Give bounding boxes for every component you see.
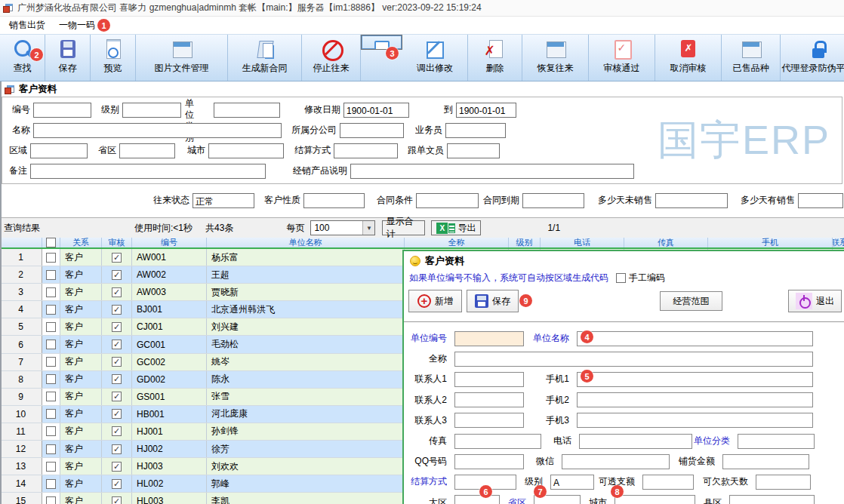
row-checkbox[interactable] xyxy=(46,426,56,436)
business-scope-button[interactable]: 经营范围 xyxy=(660,291,722,311)
toolbar-button-approve[interactable]: 审核通过 xyxy=(589,35,655,81)
dialog-field-wechat[interactable] xyxy=(562,454,670,469)
toolbar-button-recall-edit[interactable]: 调出修改 xyxy=(402,35,468,81)
exit-button[interactable]: 退出 xyxy=(788,290,842,312)
audit-checkbox[interactable] xyxy=(112,374,122,384)
menu-one-item-one-code[interactable]: 一物一码 xyxy=(53,17,101,34)
audit-checkbox[interactable] xyxy=(112,479,122,489)
dialog-field-mobile-2[interactable] xyxy=(577,392,813,407)
toolbar-button-preview[interactable]: 预览 xyxy=(91,35,136,81)
row-checkbox[interactable] xyxy=(46,409,56,419)
row-checkbox[interactable] xyxy=(46,462,56,472)
column-header-fax[interactable]: 传真 xyxy=(624,238,708,247)
dialog-save-button[interactable]: 保存 xyxy=(467,290,519,312)
column-header-contact[interactable]: 联系人 xyxy=(833,238,844,247)
audit-checkbox[interactable] xyxy=(112,322,122,332)
header-checkbox[interactable] xyxy=(46,238,56,247)
column-header-audit[interactable]: 审核 xyxy=(102,238,132,247)
dialog-field-big-region[interactable] xyxy=(454,495,500,504)
column-header-mobile[interactable]: 手机 xyxy=(708,238,833,247)
row-checkbox[interactable] xyxy=(46,392,56,401)
audit-checkbox[interactable] xyxy=(112,305,122,315)
field-branch[interactable] xyxy=(340,123,404,138)
dialog-field-county[interactable] xyxy=(729,495,815,504)
toolbar-button-save[interactable]: 保存 xyxy=(45,35,91,81)
toolbar-button-resume-dealing[interactable]: 恢复往来 xyxy=(522,35,589,81)
dialog-field-unit-class[interactable] xyxy=(738,434,815,449)
toolbar-button-delete[interactable]: 删除 xyxy=(468,35,522,81)
field-product-note[interactable] xyxy=(350,164,634,179)
dialog-field-owe-days[interactable] xyxy=(756,475,811,490)
row-checkbox[interactable] xyxy=(46,444,56,454)
field-unit-category[interactable] xyxy=(214,103,280,118)
dialog-field-phone[interactable] xyxy=(579,434,692,449)
row-checkbox[interactable] xyxy=(46,305,56,315)
export-button[interactable]: 导出 xyxy=(431,220,481,235)
row-checkbox[interactable] xyxy=(46,374,56,384)
row-checkbox[interactable] xyxy=(46,479,56,489)
field-days-without-sale[interactable] xyxy=(655,193,728,208)
row-checkbox[interactable] xyxy=(46,340,56,349)
column-header-code[interactable]: 编号 xyxy=(132,238,207,247)
field-settle-method[interactable] xyxy=(334,143,398,158)
field-city[interactable] xyxy=(208,143,284,158)
field-contract-terms[interactable] xyxy=(416,193,479,208)
toolbar-button-image-file-manager[interactable]: 图片文件管理 xyxy=(136,35,228,81)
audit-checkbox[interactable] xyxy=(112,392,122,401)
row-checkbox[interactable] xyxy=(46,287,56,297)
field-doc-clerk[interactable] xyxy=(447,143,500,158)
audit-checkbox[interactable] xyxy=(112,270,122,280)
dialog-field-mobile-1[interactable] xyxy=(577,372,813,387)
toolbar-button-sold-items[interactable]: 已售品种 xyxy=(722,35,781,81)
dialog-field-unit-name[interactable] xyxy=(577,331,813,346)
manual-code-checkbox[interactable] xyxy=(616,273,626,283)
row-checkbox[interactable] xyxy=(46,270,56,280)
field-province[interactable] xyxy=(119,143,175,158)
menu-sales-shipment[interactable]: 销售出货 xyxy=(3,17,51,34)
audit-checkbox[interactable] xyxy=(112,253,122,263)
field-customer-nature[interactable] xyxy=(303,193,365,208)
row-checkbox[interactable] xyxy=(46,253,56,263)
audit-checkbox[interactable] xyxy=(112,287,122,297)
audit-checkbox[interactable] xyxy=(112,426,122,436)
toolbar-button-stop-dealing[interactable]: 停止往来 xyxy=(302,35,361,81)
dialog-field-mobile-3[interactable] xyxy=(577,413,813,428)
audit-checkbox[interactable] xyxy=(112,496,122,504)
audit-checkbox[interactable] xyxy=(112,462,122,472)
dialog-field-level[interactable]: A xyxy=(550,475,594,490)
audit-checkbox[interactable] xyxy=(112,409,122,419)
dialog-field-fax[interactable] xyxy=(454,434,541,449)
column-header-phone[interactable]: 电话 xyxy=(541,238,624,247)
field-region[interactable] xyxy=(30,143,88,158)
column-header-unit-name[interactable]: 单位名称 xyxy=(207,238,405,247)
audit-checkbox[interactable] xyxy=(112,357,122,367)
row-checkbox[interactable] xyxy=(46,322,56,332)
column-header-full-name[interactable]: 全称 xyxy=(405,238,509,247)
field-modify-date[interactable]: 1900-01-01 xyxy=(343,103,409,118)
per-page-select[interactable]: 100 ▼ xyxy=(310,220,375,235)
field-code[interactable] xyxy=(33,103,91,118)
audit-checkbox[interactable] xyxy=(112,340,122,349)
field-level[interactable] xyxy=(122,103,181,118)
field-days-with-sale[interactable] xyxy=(798,193,843,208)
dialog-field-contact-2[interactable] xyxy=(454,392,524,407)
dialog-field-overdraft-limit[interactable] xyxy=(642,475,694,490)
column-header-relation[interactable]: 关系 xyxy=(60,238,102,247)
dialog-field-contact-1[interactable] xyxy=(454,372,524,387)
field-salesman[interactable] xyxy=(445,123,506,138)
dialog-field-qq[interactable] xyxy=(454,454,524,469)
audit-checkbox[interactable] xyxy=(112,444,122,454)
dialog-field-contact-3[interactable] xyxy=(454,413,524,428)
field-contract-due[interactable] xyxy=(522,193,584,208)
dialog-field-full-name[interactable] xyxy=(454,352,813,367)
row-checkbox[interactable] xyxy=(46,496,56,504)
toolbar-button-agent-antifake-login[interactable]: 代理登录防伪平台 xyxy=(781,35,844,81)
field-name[interactable] xyxy=(33,123,282,138)
field-dealing-status[interactable]: 正常 xyxy=(193,193,254,208)
field-modify-date-to[interactable]: 1900-01-01 xyxy=(456,103,516,118)
field-remark[interactable] xyxy=(30,164,266,179)
dialog-field-unit-code[interactable] xyxy=(454,331,524,346)
toolbar-button-create-new-contract[interactable]: 生成新合同 xyxy=(228,35,302,81)
show-total-button[interactable]: 显示合计 xyxy=(382,220,425,235)
toolbar-button-cancel-approve[interactable]: 取消审核 xyxy=(655,35,722,81)
